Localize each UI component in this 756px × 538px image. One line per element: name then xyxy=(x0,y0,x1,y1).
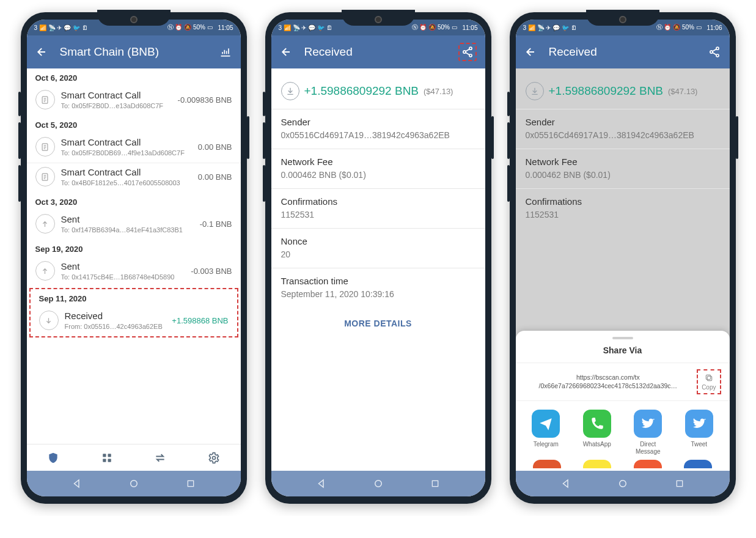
transaction-row[interactable]: Smart Contract CallTo: 0x05fF2B0DB69…4f9… xyxy=(27,133,241,163)
nav-recent-icon[interactable] xyxy=(184,477,197,490)
app-header: Received xyxy=(516,35,730,68)
tx-type-icon xyxy=(35,214,55,234)
transaction-row[interactable]: ReceivedFrom: 0x05516…42c4963a62EB+1.598… xyxy=(31,307,237,336)
android-nav xyxy=(516,471,730,496)
detail-value: 0x05516Cd46917A19…381942c4963a62EB xyxy=(526,130,720,140)
tx-address: To: 0xf147BB6394a…841eF41a3fC83B1 xyxy=(61,226,194,234)
tx-type-icon xyxy=(39,311,59,330)
tx-amount: 0.00 BNB xyxy=(198,172,232,182)
detail-label: Confirmations xyxy=(281,196,475,207)
svg-point-7 xyxy=(212,456,215,459)
nav-recent-icon[interactable] xyxy=(428,477,442,490)
detail-label: Network Fee xyxy=(526,157,720,167)
share-app-partial[interactable] xyxy=(533,460,561,468)
more-details-button[interactable]: MORE DETAILS xyxy=(271,308,485,339)
nav-recent-icon[interactable] xyxy=(673,477,686,490)
tab-settings-icon[interactable] xyxy=(207,451,221,465)
transaction-row[interactable]: SentTo: 0x14175cB4E…1B68748e4D5890-0.003… xyxy=(27,257,241,287)
download-icon xyxy=(281,82,299,100)
detail-value: 1152531 xyxy=(526,210,720,219)
detail-row: Network Fee0.000462 BNB ($0.01) xyxy=(516,149,730,188)
copy-button[interactable]: Copy xyxy=(697,369,721,394)
share-url: https://bscscan.com/tx/0x66e7a7266968023… xyxy=(524,374,692,390)
back-icon[interactable] xyxy=(280,45,293,59)
nav-home-icon[interactable] xyxy=(616,477,629,490)
share-app-partial[interactable] xyxy=(634,460,662,468)
detail-row: Nonce20 xyxy=(271,228,485,268)
share-app-partial[interactable] xyxy=(684,460,712,468)
detail-value: 0.000462 BNB ($0.01) xyxy=(526,170,720,180)
share-app-partial[interactable] xyxy=(583,460,611,468)
nav-back-icon[interactable] xyxy=(70,477,84,490)
amount-usd: ($47.13) xyxy=(668,87,697,96)
svg-rect-3 xyxy=(103,454,106,457)
sheet-title: Share Via xyxy=(516,345,730,363)
nav-home-icon[interactable] xyxy=(127,477,141,490)
share-app[interactable]: WhatsApp xyxy=(573,410,622,455)
page-title: Received xyxy=(304,45,447,59)
date-header: Oct 3, 2020 xyxy=(27,193,241,210)
svg-point-17 xyxy=(716,54,718,57)
tx-amount: +1.598868 BNB xyxy=(172,316,228,325)
share-app[interactable]: DirectMessage xyxy=(624,410,673,455)
share-app[interactable]: Tweet xyxy=(675,410,724,455)
tx-title: Smart Contract Call xyxy=(61,137,192,147)
detail-value: 0.000462 BNB ($0.01) xyxy=(281,170,475,180)
svg-rect-18 xyxy=(707,376,711,380)
amount: +1.59886809292 BNB xyxy=(304,84,419,98)
transaction-row[interactable]: Smart Contract CallTo: 0x05fF2B0D…e13aDd… xyxy=(27,86,241,116)
download-icon xyxy=(526,82,544,100)
nav-back-icon[interactable] xyxy=(315,477,328,490)
tx-title: Smart Contract Call xyxy=(61,90,172,100)
back-icon[interactable] xyxy=(524,45,538,59)
app-label: Tweet xyxy=(691,441,707,454)
tx-type-icon xyxy=(35,167,55,186)
detail-label: Confirmations xyxy=(526,196,720,207)
detail-label: Sender xyxy=(526,117,720,127)
svg-point-8 xyxy=(130,481,137,487)
share-sheet: Share Via https://bscscan.com/tx/0x66e7a… xyxy=(516,331,730,471)
svg-point-20 xyxy=(619,481,626,487)
tx-type-icon xyxy=(35,90,55,109)
chart-icon[interactable] xyxy=(219,45,232,59)
tx-amount: -0.003 BNB xyxy=(191,267,232,276)
transaction-row[interactable]: SentTo: 0xf147BB6394a…841eF41a3fC83B1-0.… xyxy=(27,210,241,240)
phone-3: 3 📶 📡 ✈ 💬 🐦 🗓 Ⓝ ⏰ 🔕 50% ▭ 11:06 Received… xyxy=(510,12,736,504)
phone-1: 3 📶 📡 ✈ 💬 🐦 🗓 Ⓝ ⏰ 🔕 50% ▭ 11:05 Smart Ch… xyxy=(21,12,247,504)
nav-back-icon[interactable] xyxy=(559,477,573,490)
detail-value: 0x05516Cd46917A19…381942c4963a62EB xyxy=(281,130,475,140)
detail-label: Nonce xyxy=(281,236,475,246)
tab-swap-icon[interactable] xyxy=(153,451,167,465)
svg-point-11 xyxy=(463,51,465,53)
sheet-handle[interactable] xyxy=(612,337,633,339)
detail-value: September 11, 2020 10:39:16 xyxy=(281,289,475,299)
tab-wallet-icon[interactable] xyxy=(46,451,60,465)
tx-address: To: 0x14175cB4E…1B68748e4D5890 xyxy=(61,273,185,281)
transaction-row[interactable]: Smart Contract CallTo: 0x4B0F1812e5…4017… xyxy=(27,163,241,193)
share-icon[interactable] xyxy=(461,45,474,59)
detail-row: Sender0x05516Cd46917A19…381942c4963a62EB xyxy=(271,109,485,149)
page-title: Smart Chain (BNB) xyxy=(60,45,208,59)
app-label: Telegram xyxy=(534,441,559,454)
detail-label: Network Fee xyxy=(281,157,475,167)
share-icon[interactable] xyxy=(708,45,721,59)
svg-rect-6 xyxy=(108,459,111,462)
bottom-tabs xyxy=(27,444,241,471)
nav-home-icon[interactable] xyxy=(372,477,385,490)
tx-address: To: 0x4B0F1812e5…4017e6005508003 xyxy=(61,179,192,186)
tx-amount: -0.1 BNB xyxy=(200,219,232,229)
back-icon[interactable] xyxy=(35,45,49,59)
share-app[interactable]: Telegram xyxy=(522,410,571,455)
transaction-list[interactable]: Oct 6, 2020Smart Contract CallTo: 0x05fF… xyxy=(27,68,241,444)
share-highlight xyxy=(458,43,477,61)
svg-rect-4 xyxy=(108,454,111,457)
phone-2: 3 📶 📡 ✈ 💬 🐦 🗓 Ⓝ ⏰ 🔕 50% ▭ 11:05 Received… xyxy=(265,12,491,504)
app-label: DirectMessage xyxy=(636,441,661,455)
date-header: Oct 6, 2020 xyxy=(27,68,241,86)
app-label: WhatsApp xyxy=(583,441,611,454)
svg-point-10 xyxy=(469,47,471,50)
tab-apps-icon[interactable] xyxy=(100,451,114,465)
app-icon xyxy=(634,410,662,438)
detail-row: Network Fee0.000462 BNB ($0.01) xyxy=(271,149,485,188)
detail-label: Transaction time xyxy=(281,276,475,286)
